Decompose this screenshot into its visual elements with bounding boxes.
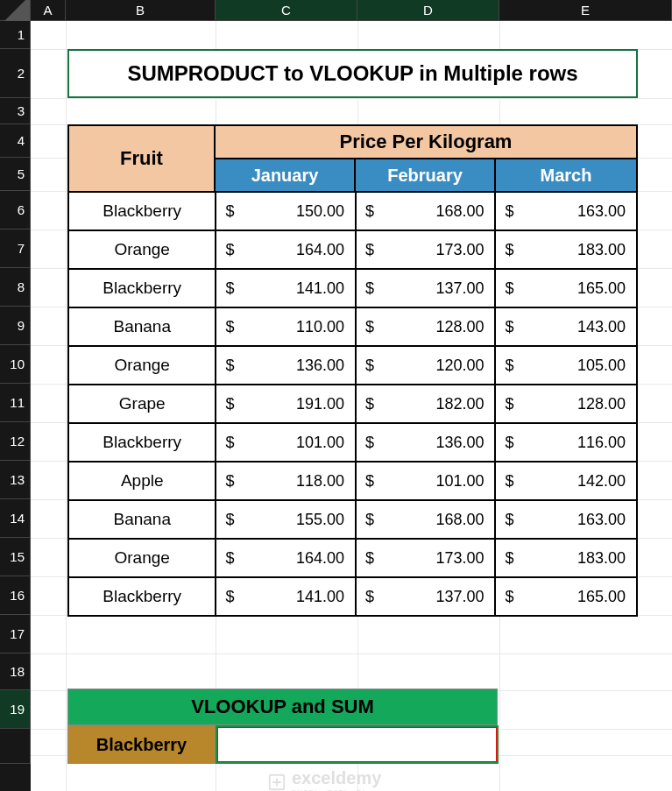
price-cell[interactable]: $136.00 — [356, 423, 496, 462]
row-5[interactable]: 5 — [0, 158, 31, 191]
price-value: 183.00 — [577, 549, 626, 568]
price-cell[interactable]: $137.00 — [356, 269, 496, 307]
currency-symbol: $ — [225, 511, 234, 529]
price-value: 137.00 — [435, 588, 484, 606]
currency-symbol: $ — [505, 279, 513, 298]
fruit-cell[interactable]: Blackberry — [68, 269, 216, 307]
row-2[interactable]: 2 — [0, 49, 31, 98]
price-value: 183.00 — [577, 241, 626, 259]
price-value: 143.00 — [577, 318, 626, 336]
fruit-cell[interactable]: Blackberry — [68, 192, 216, 230]
price-cell[interactable]: $128.00 — [495, 385, 637, 423]
row-12[interactable]: 12 — [0, 422, 31, 461]
price-cell[interactable]: $164.00 — [216, 230, 356, 269]
price-cell[interactable]: $168.00 — [356, 192, 496, 230]
currency-symbol: $ — [225, 357, 234, 375]
table-row: Banana$110.00$128.00$143.00 — [68, 307, 637, 346]
grid-area[interactable]: SUMPRODUCT to VLOOKUP in Multiple rows F… — [31, 21, 672, 791]
price-cell[interactable]: $142.00 — [495, 462, 637, 500]
fruit-cell[interactable]: Orange — [68, 539, 216, 577]
currency-symbol: $ — [505, 434, 513, 452]
price-cell[interactable]: $183.00 — [495, 539, 637, 577]
fruit-cell[interactable]: Apple — [68, 462, 216, 500]
row-18[interactable]: 18 — [0, 653, 31, 690]
lookup-result-cell[interactable] — [216, 725, 499, 764]
row-15[interactable]: 15 — [0, 538, 31, 576]
currency-symbol: $ — [225, 279, 234, 298]
price-cell[interactable]: $168.00 — [356, 500, 496, 539]
price-cell[interactable]: $183.00 — [495, 230, 637, 269]
fruit-cell[interactable]: Banana — [68, 500, 216, 539]
column-headers: A B C D E — [0, 0, 672, 21]
fruit-cell[interactable]: Orange — [68, 346, 216, 385]
currency-symbol: $ — [365, 395, 374, 413]
row-3[interactable]: 3 — [0, 98, 31, 124]
fruit-cell[interactable]: Blackberry — [68, 577, 216, 616]
row-10[interactable]: 10 — [0, 345, 31, 384]
currency-symbol: $ — [365, 511, 374, 529]
price-cell[interactable]: $173.00 — [356, 230, 496, 269]
col-D[interactable]: D — [357, 0, 499, 21]
price-value: 168.00 — [435, 511, 484, 529]
price-cell[interactable]: $173.00 — [356, 539, 496, 577]
price-cell[interactable]: $118.00 — [216, 462, 356, 500]
price-cell[interactable]: $141.00 — [216, 269, 356, 307]
price-cell[interactable]: $165.00 — [495, 577, 637, 616]
price-value: 168.00 — [435, 202, 484, 221]
price-value: 164.00 — [296, 549, 344, 568]
price-cell[interactable]: $110.00 — [216, 307, 356, 346]
fruit-cell[interactable]: Banana — [68, 307, 216, 346]
price-cell[interactable]: $128.00 — [356, 307, 496, 346]
price-value: 116.00 — [577, 434, 626, 452]
price-cell[interactable]: $101.00 — [216, 423, 356, 462]
price-cell[interactable]: $163.00 — [495, 500, 637, 539]
header-price: Price Per Kilogram — [215, 125, 637, 159]
price-cell[interactable]: $137.00 — [356, 577, 496, 616]
price-cell[interactable]: $163.00 — [495, 192, 637, 230]
price-cell[interactable]: $191.00 — [216, 385, 356, 423]
spreadsheet-app: A B C D E 12345678910111213141516171819 … — [0, 0, 672, 791]
row-7[interactable]: 7 — [0, 230, 31, 268]
table-row: Apple$118.00$101.00$142.00 — [68, 462, 637, 500]
row-19[interactable]: 19 — [0, 690, 31, 729]
price-cell[interactable]: $143.00 — [495, 307, 637, 346]
row-9[interactable]: 9 — [0, 307, 31, 345]
col-A[interactable]: A — [31, 0, 66, 21]
header-fruit: Fruit — [68, 125, 215, 192]
lookup-label-cell[interactable]: Blackberry — [67, 725, 216, 764]
row-8[interactable]: 8 — [0, 268, 31, 307]
row-1[interactable]: 1 — [0, 21, 31, 49]
row-17[interactable]: 17 — [0, 615, 31, 653]
row-11[interactable]: 11 — [0, 384, 31, 422]
fruit-cell[interactable]: Grape — [68, 385, 216, 423]
currency-symbol: $ — [365, 202, 374, 221]
row-4[interactable]: 4 — [0, 124, 31, 158]
row-6[interactable]: 6 — [0, 191, 31, 230]
price-cell[interactable]: $165.00 — [495, 269, 637, 307]
col-E[interactable]: E — [499, 0, 672, 21]
fruit-cell[interactable]: Blackberry — [68, 423, 216, 462]
price-cell[interactable]: $120.00 — [356, 346, 496, 385]
price-cell[interactable]: $101.00 — [356, 462, 496, 500]
price-cell[interactable]: $182.00 — [356, 385, 496, 423]
price-cell[interactable]: $155.00 — [216, 500, 356, 539]
row-14[interactable]: 14 — [0, 499, 31, 538]
header-month-feb: February — [355, 159, 495, 192]
col-B[interactable]: B — [66, 0, 216, 21]
price-value: 128.00 — [577, 395, 626, 413]
row-13[interactable]: 13 — [0, 461, 31, 499]
watermark-name: exceldemy — [292, 768, 381, 787]
price-cell[interactable]: $105.00 — [495, 346, 637, 385]
row-16[interactable]: 16 — [0, 576, 31, 615]
price-cell[interactable]: $136.00 — [216, 346, 356, 385]
fruit-cell[interactable]: Orange — [68, 230, 216, 269]
select-all-corner[interactable] — [0, 0, 31, 21]
price-cell[interactable]: $164.00 — [216, 539, 356, 577]
price-cell[interactable]: $150.00 — [216, 192, 356, 230]
price-value: 141.00 — [296, 588, 344, 606]
price-value: 120.00 — [435, 357, 484, 375]
col-C[interactable]: C — [216, 0, 357, 21]
price-cell[interactable]: $116.00 — [495, 423, 637, 462]
currency-symbol: $ — [225, 202, 234, 221]
price-cell[interactable]: $141.00 — [216, 577, 356, 616]
